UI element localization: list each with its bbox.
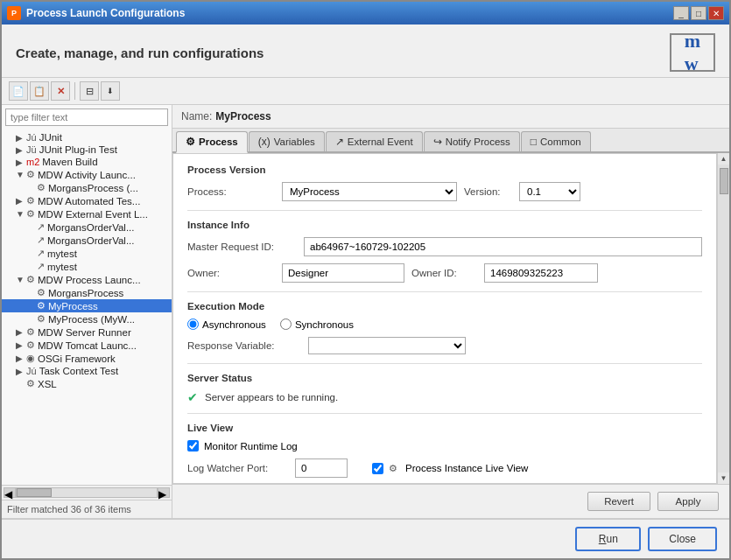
expander-icon: ▼: [16, 209, 26, 219]
expander-icon: ▶: [16, 367, 26, 376]
expander-icon: ▶: [16, 133, 26, 143]
async-radio-label[interactable]: Asynchronous: [187, 318, 266, 330]
tree-item-mytest2[interactable]: ↗ mytest: [2, 260, 172, 273]
filter-input[interactable]: [5, 108, 168, 126]
tree-item-myprocess-selected[interactable]: ⚙ MyProcess: [2, 299, 172, 312]
more-button[interactable]: ⬇: [101, 81, 120, 101]
tree-item-maven[interactable]: ▶ m2 Maven Build: [2, 156, 172, 168]
apply-button[interactable]: Apply: [657, 492, 719, 511]
response-var-label: Response Variable:: [187, 340, 301, 351]
owner-input[interactable]: [282, 263, 404, 283]
close-button[interactable]: Close: [648, 527, 717, 551]
expander-icon: ▶: [16, 354, 26, 363]
version-select[interactable]: 0.1: [519, 182, 580, 201]
server-status-row: ✔ Server appears to be running.: [187, 390, 702, 404]
instance-info-title: Instance Info: [187, 220, 702, 230]
close-window-button[interactable]: ✕: [708, 6, 724, 20]
title-bar: P Process Launch Configurations _ □ ✕: [2, 2, 729, 24]
common-tab-icon: □: [531, 136, 537, 148]
variables-tab-icon: (x): [258, 136, 271, 148]
tree-item-mdw-server[interactable]: ▶ ⚙ MDW Server Runner: [2, 326, 172, 339]
new-config-button[interactable]: 📄: [9, 81, 28, 101]
tab-notify-process[interactable]: ↪ Notify Process: [424, 131, 520, 151]
process-instance-checkbox[interactable]: [372, 463, 383, 474]
filter-status: Filter matched 36 of 36 items: [7, 504, 131, 514]
name-label: Name:: [181, 110, 212, 122]
log-watcher-input[interactable]: [295, 458, 348, 478]
bottom-buttons: Revert Apply: [172, 484, 729, 518]
tree-item-morgans-process[interactable]: ⚙ MorgansProcess (...: [2, 181, 172, 194]
tab-common[interactable]: □ Common: [521, 131, 591, 151]
maximize-button[interactable]: □: [691, 6, 706, 20]
expander-icon: ▶: [16, 196, 26, 206]
revert-button[interactable]: Revert: [587, 492, 650, 511]
tree-item-morganorder2[interactable]: ↗ MorgansOrderVal...: [2, 234, 172, 247]
scroll-left-button[interactable]: ◀: [4, 487, 16, 498]
toolbar-separator: [74, 82, 75, 100]
tree-item-osgi[interactable]: ▶ ◉ OSGi Framework: [2, 352, 172, 365]
copy-config-button[interactable]: 📋: [30, 81, 49, 101]
response-var-select[interactable]: [308, 337, 466, 354]
expander-icon: ▶: [16, 340, 26, 350]
tab-external-event-label: External Event: [348, 136, 413, 147]
tree-item-mdw-external[interactable]: ▼ ⚙ MDW External Event L...: [2, 207, 172, 220]
tree-item-junit[interactable]: ▶ Jú JUnit: [2, 131, 172, 144]
tab-process[interactable]: ⚙ Process: [176, 131, 248, 153]
tree-item-mdw-process-launch[interactable]: ▼ ⚙ MDW Process Launc...: [2, 273, 172, 286]
sync-radio-label[interactable]: Synchronous: [280, 318, 354, 330]
process-label: Process:: [187, 186, 275, 197]
server-status-text: Server appears to be running.: [205, 392, 338, 402]
server-status-icon: ✔: [187, 390, 198, 404]
monitor-log-checkbox-label[interactable]: Monitor Runtime Log: [187, 440, 298, 452]
process-row: Process: MyProcess Version: 0.1: [187, 182, 702, 201]
scroll-up-button[interactable]: ▲: [719, 153, 729, 164]
minimize-button[interactable]: _: [673, 6, 689, 20]
tree-item-mdw-tomcat[interactable]: ▶ ⚙ MDW Tomcat Launc...: [2, 339, 172, 352]
response-var-row: Response Variable:: [187, 337, 702, 354]
tree-item-junit-plugin[interactable]: ▶ Jü JUnit Plug-in Test: [2, 144, 172, 156]
run-rest: un: [606, 533, 617, 545]
tab-process-label: Process: [199, 136, 238, 147]
async-radio[interactable]: [187, 318, 199, 330]
tree-item-morganorder1[interactable]: ↗ MorgansOrderVal...: [2, 220, 172, 234]
expander-icon: ▶: [16, 145, 26, 155]
tab-common-label: Common: [540, 136, 581, 147]
tab-variables[interactable]: (x) Variables: [249, 131, 325, 151]
master-request-label: Master Request ID:: [187, 242, 297, 252]
sidebar: ▶ Jú JUnit ▶ Jü JUnit Plug-in Test ▶ m2 …: [2, 105, 172, 518]
tree-item-mytest1[interactable]: ↗ mytest: [2, 247, 172, 260]
process-select[interactable]: MyProcess: [282, 182, 457, 201]
master-request-input[interactable]: [304, 237, 702, 256]
monitor-log-row: Monitor Runtime Log: [187, 440, 702, 452]
expander-icon: ▶: [16, 158, 26, 167]
sync-radio[interactable]: [280, 318, 292, 330]
tree-item-mdw-activity[interactable]: ▼ ⚙ MDW Activity Launc...: [2, 168, 172, 181]
scroll-down-button[interactable]: ▼: [719, 472, 729, 484]
sync-label: Synchronous: [295, 319, 354, 330]
tree-item-task[interactable]: ▶ Jú Task Context Test: [2, 365, 172, 377]
execution-mode-row: Asynchronous Synchronous: [187, 318, 702, 330]
scroll-thumb[interactable]: [720, 168, 728, 194]
tree-item-xsl[interactable]: ⚙ XSL: [2, 377, 172, 390]
tree-item-myprocess2[interactable]: ⚙ MyProcess (MyW...: [2, 312, 172, 326]
tabs-bar: ⚙ Process (x) Variables ↗ External Event…: [172, 129, 729, 153]
collapse-button[interactable]: ⊟: [80, 81, 99, 101]
owner-id-input[interactable]: [484, 263, 598, 283]
process-instance-checkbox-label[interactable]: ⚙ Process Instance Live View: [372, 463, 528, 474]
window-controls[interactable]: _ □ ✕: [673, 6, 724, 20]
owner-row: Owner: Owner ID:: [187, 263, 702, 283]
tab-external-event[interactable]: ↗ External Event: [326, 131, 423, 151]
delete-config-button[interactable]: ✕: [51, 81, 70, 101]
run-button[interactable]: Run: [575, 527, 641, 551]
monitor-log-checkbox[interactable]: [187, 440, 199, 452]
scroll-right-button[interactable]: ▶: [158, 487, 170, 498]
process-instance-label: Process Instance Live View: [405, 463, 528, 473]
tree-item-morgans-process2[interactable]: ⚙ MorgansProcess: [2, 286, 172, 299]
tree-item-mdw-auto[interactable]: ▶ ⚙ MDW Automated Tes...: [2, 194, 172, 207]
horizontal-scrollbar[interactable]: [16, 487, 158, 498]
owner-label: Owner:: [187, 268, 275, 278]
vertical-scrollbar[interactable]: ▲ ▼: [717, 153, 729, 484]
live-view-title: Live View: [187, 423, 702, 433]
tab-variables-label: Variables: [274, 136, 315, 147]
expander-icon: ▼: [16, 170, 26, 179]
